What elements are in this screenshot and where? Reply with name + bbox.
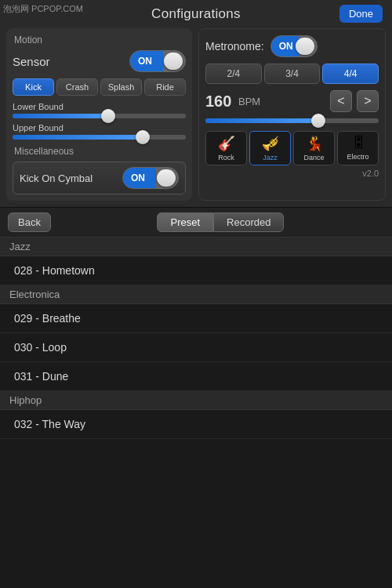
bpm-decrease-button[interactable]: < <box>330 90 352 112</box>
bpm-unit: BPM <box>238 96 325 107</box>
config-title: Configurations <box>151 6 241 22</box>
time-sig-3-4[interactable]: 3/4 <box>264 64 321 84</box>
electro-icon: 🎛 <box>351 135 365 151</box>
bpm-slider-row <box>205 118 379 123</box>
category-jazz: Jazz <box>0 238 392 256</box>
lower-bound-label: Lower Bound <box>13 102 186 111</box>
motion-section-label: Motion <box>13 34 186 45</box>
metronome-label: Metronome: <box>205 40 264 53</box>
sensor-row: Sensor ON <box>13 50 186 72</box>
genre-dance[interactable]: 💃 Dance <box>293 131 335 165</box>
upper-bound-fill <box>13 135 143 140</box>
genre-row: 🎸 Rock 🎺 Jazz 💃 Dance 🎛 Electro <box>205 131 379 165</box>
metronome-toggle-thumb <box>296 38 314 55</box>
lower-bound-row: Lower Bound <box>13 102 186 118</box>
electro-label: Electro <box>347 153 368 161</box>
left-panel: Motion Sensor ON Kick Crash Splash Ride … <box>6 28 192 201</box>
list-item[interactable]: 031 - Dune <box>0 362 392 391</box>
drum-pad-crash[interactable]: Crash <box>56 78 98 96</box>
back-button[interactable]: Back <box>8 212 51 232</box>
list-item[interactable]: 030 - Loop <box>0 333 392 362</box>
kick-toggle-label: ON <box>131 172 145 183</box>
tab-preset[interactable]: Preset <box>157 212 213 232</box>
sensor-toggle-label: ON <box>138 56 152 67</box>
drum-pads: Kick Crash Splash Ride <box>13 78 186 96</box>
right-panel: Metronome: ON 2/4 3/4 4/4 160 BPM < > <box>198 28 386 201</box>
upper-bound-slider[interactable] <box>13 135 186 140</box>
sensor-toggle[interactable]: ON <box>129 50 186 72</box>
time-sig-4-4[interactable]: 4/4 <box>322 64 379 84</box>
dance-label: Dance <box>303 154 324 162</box>
time-signature-row: 2/4 3/4 4/4 <box>205 64 379 84</box>
version-text: v2.0 <box>205 169 379 178</box>
misc-section: Miscellaneous Kick On Cymbal ON <box>13 146 186 194</box>
nav-tabs: Preset Recorded <box>57 212 384 232</box>
kick-toggle-thumb <box>157 169 176 187</box>
list-item[interactable]: 028 - Hometown <box>0 256 392 285</box>
playlist: Jazz 028 - Hometown Electronica 029 - Br… <box>0 238 392 439</box>
misc-section-label: Miscellaneous <box>13 146 186 157</box>
lower-bound-fill <box>13 114 108 118</box>
tab-recorded[interactable]: Recorded <box>213 212 284 232</box>
done-button[interactable]: Done <box>339 5 383 23</box>
watermark: 泡泡网 PCPOP.COM <box>3 3 83 15</box>
bottom-panel: Back Preset Recorded Jazz 028 - Hometown… <box>0 208 392 439</box>
bpm-value: 160 <box>205 93 234 111</box>
lower-bound-slider[interactable] <box>13 114 186 118</box>
metronome-toggle-label: ON <box>279 41 293 52</box>
rock-label: Rock <box>218 154 234 162</box>
kick-on-cymbal-label: Kick On Cymbal <box>20 172 93 184</box>
drum-pad-ride[interactable]: Ride <box>144 78 186 96</box>
upper-bound-row: Upper Bound <box>13 123 186 140</box>
metronome-toggle[interactable]: ON <box>270 35 318 57</box>
list-item[interactable]: 032 - The Way <box>0 410 392 439</box>
metronome-row: Metronome: ON <box>205 35 379 57</box>
sensor-toggle-thumb <box>164 53 183 70</box>
nav-bar: Back Preset Recorded <box>0 208 392 238</box>
kick-row: Kick On Cymbal ON <box>13 162 186 194</box>
bpm-slider-fill <box>205 118 318 123</box>
bpm-row: 160 BPM < > <box>205 90 379 112</box>
jazz-label: Jazz <box>263 154 278 162</box>
rock-icon: 🎸 <box>218 135 235 152</box>
upper-bound-thumb <box>136 130 150 144</box>
list-item[interactable]: 029 - Breathe <box>0 304 392 333</box>
genre-jazz[interactable]: 🎺 Jazz <box>249 131 291 165</box>
genre-rock[interactable]: 🎸 Rock <box>205 131 247 165</box>
category-electronica: Electronica <box>0 285 392 304</box>
config-panel: Configurations Done Motion Sensor ON Kic… <box>0 0 392 208</box>
dance-icon: 💃 <box>306 135 323 152</box>
kick-toggle[interactable]: ON <box>122 167 179 189</box>
drum-pad-kick[interactable]: Kick <box>13 78 54 96</box>
upper-bound-label: Upper Bound <box>13 123 186 132</box>
jazz-icon: 🎺 <box>262 135 279 152</box>
genre-electro[interactable]: 🎛 Electro <box>337 131 379 165</box>
time-sig-2-4[interactable]: 2/4 <box>205 64 262 84</box>
bpm-slider-thumb <box>311 114 325 128</box>
bpm-slider[interactable] <box>205 118 379 123</box>
config-body: Motion Sensor ON Kick Crash Splash Ride … <box>0 28 392 201</box>
category-hiphop: Hiphop <box>0 391 392 410</box>
lower-bound-thumb <box>101 109 115 123</box>
drum-pad-splash[interactable]: Splash <box>100 78 142 96</box>
sensor-label: Sensor <box>13 55 50 68</box>
bpm-increase-button[interactable]: > <box>357 90 379 112</box>
